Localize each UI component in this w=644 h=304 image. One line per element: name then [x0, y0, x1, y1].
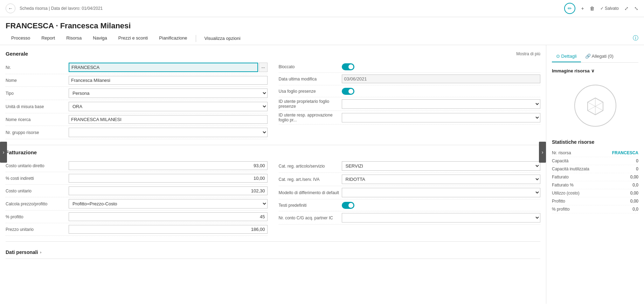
resource-image-placeholder [552, 78, 638, 134]
main-content: Generale Mostra di più Nr. ··· Nome [0, 45, 546, 304]
stats-label-utilizzo: Utilizzo (costo) [552, 191, 580, 196]
stats-value-nr[interactable]: FRANCESCA [612, 150, 638, 155]
input-nr[interactable] [69, 63, 258, 72]
tab-dettagli[interactable]: ⊙ Dettagli [552, 51, 581, 62]
control-bloccato [342, 63, 541, 70]
field-calcola-prezzo: Calcola prezzo/profitto Profitto=Prezzo-… [6, 197, 268, 211]
toggle-testi-predefiniti[interactable] [342, 202, 354, 209]
input-costi-indiretti[interactable] [69, 174, 268, 183]
stats-value-profitto: 0,00 [630, 199, 638, 204]
fatturazione-form: Costo unitario diretto % costi indiretti… [6, 160, 540, 236]
nav-prezzi[interactable]: Prezzi e sconti [113, 32, 154, 45]
field-foglio-presenze: Usa foglio presenze [279, 85, 541, 97]
input-costo-unitario[interactable] [69, 186, 268, 195]
input-costo-unitario-diretto[interactable] [69, 161, 268, 170]
tab-allegati[interactable]: 🔗 Allegati (0) [581, 51, 618, 62]
page-title: FRANCESCA · Francesca Milanesi [0, 17, 644, 32]
nav-naviga[interactable]: Naviga [87, 32, 112, 45]
sidebar-left-arrow[interactable]: › [0, 142, 7, 163]
select-tipo[interactable]: Persona [69, 89, 268, 98]
label-cat-reg-art-serv: Cat. reg. articolo/servizio [279, 164, 342, 169]
control-id-approvazione [342, 113, 541, 122]
side-tabs: ⊙ Dettagli 🔗 Allegati (0) [552, 51, 638, 63]
select-calcola-prezzo[interactable]: Profitto=Prezzo-Costo [69, 199, 268, 208]
nav-risorsa[interactable]: Risorsa [61, 32, 87, 45]
expand-button[interactable]: ⤢ [624, 6, 629, 11]
stats-value-fatturato-pct: 0,0 [632, 183, 638, 188]
input-prezzo-unitario[interactable] [69, 225, 268, 234]
collapse-button[interactable]: ⤡ [634, 6, 638, 11]
label-id-proprietario: ID utente proprietario foglio presenze [279, 99, 342, 109]
generale-right: Bloccato Data ultima modifica [279, 61, 541, 139]
label-costo-unitario: Costo unitario [6, 189, 69, 193]
back-button[interactable]: ← [6, 3, 15, 13]
nav-report[interactable]: Report [36, 32, 61, 45]
label-unita: Unità di misura base [6, 104, 69, 109]
toggle-foglio-presenze-slider [342, 88, 354, 95]
field-nome: Nome [6, 74, 268, 87]
field-bloccato: Bloccato [279, 61, 541, 73]
label-costi-indiretti: % costi indiretti [6, 176, 69, 181]
label-prezzo-unitario: Prezzo unitario [6, 227, 69, 232]
sidebar-right-arrow[interactable]: › [539, 142, 546, 163]
control-testi-predefiniti [342, 202, 541, 209]
input-profitto-pct[interactable] [69, 212, 268, 221]
add-button[interactable]: + [581, 6, 584, 11]
input-nome[interactable] [69, 76, 268, 85]
nav-visualizza[interactable]: Visualizza opzioni [199, 32, 246, 44]
control-tipo: Persona [69, 89, 268, 98]
control-costo-unitario [69, 186, 268, 195]
select-cat-reg-iva[interactable]: RIDOTTA [342, 175, 541, 184]
input-data-modifica [342, 75, 541, 83]
input-nome-ricerca[interactable] [69, 115, 268, 124]
stats-rows: Nr. risorsa FRANCESCA Capacità 0 Capacit… [552, 149, 638, 213]
nav-pianificazione[interactable]: Pianificazione [153, 32, 193, 45]
label-gruppo-risorse: Nr. gruppo risorse [6, 130, 69, 135]
show-more-button[interactable]: Mostra di più [516, 51, 540, 56]
nav-processo[interactable]: Processo [6, 32, 36, 45]
fatturazione-right: Cat. reg. articolo/servizio SERVIZI Cat.… [279, 160, 541, 236]
field-testi-predefiniti: Testi predefiniti [279, 199, 541, 211]
select-cat-reg-art-serv[interactable]: SERVIZI [342, 161, 541, 171]
generale-form: Nr. ··· Nome Tipo [6, 61, 540, 139]
control-id-proprietario [342, 99, 541, 109]
dati-personali-section[interactable]: Dati personali › [6, 246, 540, 259]
dots-button-nr[interactable]: ··· [259, 63, 267, 72]
select-unita[interactable]: ORA [69, 102, 268, 111]
delete-button[interactable]: 🗑 [590, 6, 595, 11]
fatturazione-section-header: Fatturazione [6, 149, 540, 155]
control-nome [69, 76, 268, 85]
select-modello-differimento[interactable] [342, 188, 541, 197]
select-id-proprietario[interactable] [342, 99, 541, 109]
control-conto-cg [342, 213, 541, 222]
info-icon[interactable]: ⓘ [633, 35, 638, 42]
select-conto-cg[interactable] [342, 213, 541, 222]
stats-label-profitto: Profitto [552, 199, 565, 204]
edit-button[interactable]: ✏ [564, 3, 575, 14]
label-calcola-prezzo: Calcola prezzo/profitto [6, 202, 69, 206]
field-id-proprietario: ID utente proprietario foglio presenze [279, 97, 541, 111]
dati-personali-divider [6, 241, 540, 242]
nav-bar: Processo Report Risorsa Naviga Prezzi e … [0, 32, 644, 45]
label-costo-unitario-diretto: Costo unitario diretto [6, 163, 69, 168]
stats-label-capacita-inutilizzata: Capacità inutilizzata [552, 167, 589, 171]
breadcrumb: Scheda risorsa | Data del lavoro: 01/04/… [20, 6, 103, 11]
stats-value-profitto-pct: 0,0 [632, 207, 638, 212]
select-id-approvazione[interactable] [342, 113, 541, 122]
select-gruppo-risorse[interactable] [69, 128, 268, 137]
header-icons: ✏ + 🗑 ✓ Salvato ⤢ ⤡ [564, 3, 638, 14]
toggle-bloccato[interactable] [342, 63, 354, 70]
control-profitto-pct [69, 212, 268, 221]
stats-value-capacita: 0 [636, 158, 638, 163]
toggle-foglio-presenze[interactable] [342, 88, 354, 95]
generale-left: Nr. ··· Nome Tipo [6, 61, 268, 139]
image-section-label: Immagine risorsa [552, 68, 590, 73]
field-costo-unitario: Costo unitario [6, 185, 268, 197]
stats-row-capacita: Capacità 0 [552, 157, 638, 165]
stats-row-fatturato: Fatturato 0,00 [552, 173, 638, 181]
fatturazione-left: Costo unitario diretto % costi indiretti… [6, 160, 268, 236]
image-section-title[interactable]: Immagine risorsa ∨ [552, 68, 638, 73]
control-gruppo-risorse [69, 128, 268, 137]
stats-value-utilizzo: 0,00 [630, 191, 638, 196]
stats-value-fatturato: 0,00 [630, 175, 638, 179]
